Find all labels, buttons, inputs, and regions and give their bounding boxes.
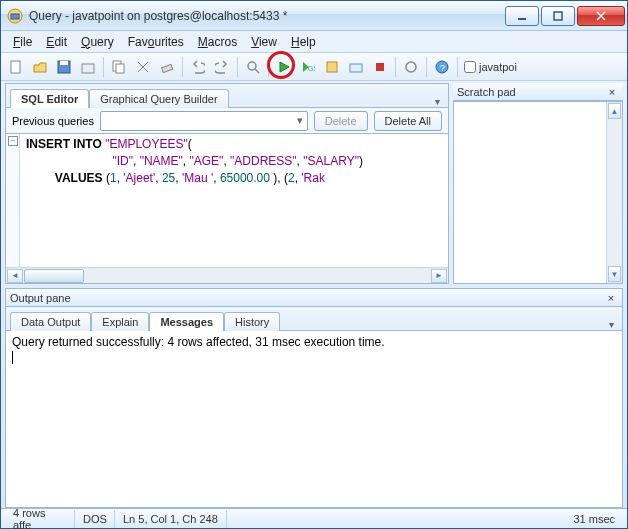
tab-sql-editor[interactable]: SQL Editor xyxy=(10,89,89,108)
scroll-left-button[interactable]: ◄ xyxy=(7,269,23,283)
svg-rect-18 xyxy=(327,62,337,72)
window-title: Query - javatpoint on postgres@localhost… xyxy=(29,9,505,23)
status-mode: DOS xyxy=(75,510,115,528)
sql-code[interactable]: INSERT INTO "EMPLOYEES"( "ID", "NAME", "… xyxy=(20,134,448,189)
svg-text:?: ? xyxy=(440,63,445,73)
explain-icon xyxy=(325,60,339,74)
menu-file[interactable]: File xyxy=(7,34,38,50)
tab-explain[interactable]: Explain xyxy=(91,312,149,331)
app-window: Query - javatpoint on postgres@localhost… xyxy=(0,0,628,529)
redo-icon xyxy=(215,60,229,74)
caret xyxy=(12,350,13,364)
scroll-right-button[interactable]: ► xyxy=(431,269,447,283)
status-position: Ln 5, Col 1, Ch 248 xyxy=(115,510,227,528)
toolbar-redo-button[interactable] xyxy=(211,56,233,78)
svg-line-16 xyxy=(255,69,259,73)
menu-help[interactable]: Help xyxy=(285,34,322,50)
scratch-pad-close-button[interactable]: × xyxy=(605,86,619,98)
message-text: Query returned successfully: 4 rows affe… xyxy=(12,335,385,349)
menu-macros[interactable]: Macros xyxy=(192,34,243,50)
toolbar-execute-pgscript-button[interactable]: GS xyxy=(297,56,319,78)
db-label: javatpoi xyxy=(479,61,517,73)
db-checkbox[interactable] xyxy=(464,61,476,73)
export-icon xyxy=(81,60,95,74)
undo-icon xyxy=(191,60,205,74)
maximize-button[interactable] xyxy=(541,6,575,26)
toolbar: GS ? javatpoi xyxy=(1,53,627,81)
svg-rect-1 xyxy=(11,14,19,19)
scratch-pad-body[interactable]: ▲ ▼ xyxy=(453,101,623,284)
stop-icon xyxy=(373,60,387,74)
fold-toggle[interactable]: − xyxy=(8,136,18,146)
previous-queries-combo[interactable]: ▾ xyxy=(100,111,308,131)
statusbar: 4 rows affe DOS Ln 5, Col 1, Ch 248 31 m… xyxy=(1,508,627,528)
tab-overflow-button[interactable]: ▾ xyxy=(431,96,444,107)
output-pane-title: Output pane xyxy=(10,292,71,304)
messages-output[interactable]: Query returned successfully: 4 rows affe… xyxy=(6,331,622,507)
menu-view[interactable]: View xyxy=(245,34,283,50)
scroll-track[interactable] xyxy=(24,269,430,283)
app-icon xyxy=(7,8,23,24)
svg-text:GS: GS xyxy=(308,65,315,72)
output-tabs: Data Output Explain Messages History ▾ xyxy=(6,307,622,331)
previous-queries-row: Previous queries ▾ Delete Delete All xyxy=(6,108,448,134)
sql-editor-area[interactable]: − INSERT INTO "EMPLOYEES"( "ID", "NAME",… xyxy=(6,134,448,283)
toolbar-export-button[interactable] xyxy=(77,56,99,78)
menu-favourites[interactable]: Favourites xyxy=(122,34,190,50)
cut-icon xyxy=(136,60,150,74)
svg-rect-11 xyxy=(116,64,124,73)
menubar: File Edit Query Favourites Macros View H… xyxy=(1,31,627,53)
delete-all-button[interactable]: Delete All xyxy=(374,111,442,131)
db-selector[interactable]: javatpoi xyxy=(464,61,517,73)
scratch-pad-header: Scratch pad × xyxy=(453,83,623,101)
svg-rect-8 xyxy=(60,61,68,65)
gutter: − xyxy=(6,134,20,267)
toolbar-cut-button[interactable] xyxy=(132,56,154,78)
output-tab-overflow-button[interactable]: ▾ xyxy=(605,319,618,330)
help-icon: ? xyxy=(435,60,449,74)
toolbar-undo-button[interactable] xyxy=(187,56,209,78)
toolbar-execute-button[interactable] xyxy=(273,56,295,78)
close-button[interactable] xyxy=(577,6,625,26)
toolbar-open-button[interactable] xyxy=(29,56,51,78)
svg-rect-9 xyxy=(82,64,94,73)
search-icon xyxy=(246,60,260,74)
toolbar-find-button[interactable] xyxy=(242,56,264,78)
svg-rect-6 xyxy=(11,61,20,73)
svg-point-15 xyxy=(248,62,256,70)
toolbar-cancel-button[interactable] xyxy=(369,56,391,78)
scratch-vscrollbar[interactable]: ▲ ▼ xyxy=(606,102,622,283)
explain-analyze-icon xyxy=(349,60,363,74)
scratch-pad-panel: Scratch pad × ▲ ▼ xyxy=(453,83,623,284)
tab-history[interactable]: History xyxy=(224,312,280,331)
scroll-thumb[interactable] xyxy=(24,269,84,283)
eraser-icon xyxy=(160,60,174,74)
tab-messages[interactable]: Messages xyxy=(149,312,224,331)
scroll-down-button[interactable]: ▼ xyxy=(608,266,621,282)
plug-icon xyxy=(404,60,418,74)
toolbar-explain-analyze-button[interactable] xyxy=(345,56,367,78)
svg-rect-20 xyxy=(376,63,384,71)
editor-hscrollbar[interactable]: ◄ ► xyxy=(6,267,448,283)
titlebar[interactable]: Query - javatpoint on postgres@localhost… xyxy=(1,1,627,31)
svg-rect-2 xyxy=(518,18,526,20)
svg-rect-3 xyxy=(554,12,562,20)
tab-data-output[interactable]: Data Output xyxy=(10,312,91,331)
toolbar-help-button[interactable]: ? xyxy=(431,56,453,78)
toolbar-copy-button[interactable] xyxy=(108,56,130,78)
delete-button[interactable]: Delete xyxy=(314,111,368,131)
toolbar-explain-button[interactable] xyxy=(321,56,343,78)
toolbar-clear-button[interactable] xyxy=(156,56,178,78)
play-icon xyxy=(277,60,291,74)
output-pane-close-button[interactable]: × xyxy=(604,292,618,304)
toolbar-connect-button[interactable] xyxy=(400,56,422,78)
minimize-button[interactable] xyxy=(505,6,539,26)
svg-point-21 xyxy=(406,62,416,72)
toolbar-save-button[interactable] xyxy=(53,56,75,78)
menu-edit[interactable]: Edit xyxy=(40,34,73,50)
toolbar-new-button[interactable] xyxy=(5,56,27,78)
close-icon xyxy=(596,11,606,21)
tab-graphical-query-builder[interactable]: Graphical Query Builder xyxy=(89,89,228,108)
menu-query[interactable]: Query xyxy=(75,34,120,50)
scroll-up-button[interactable]: ▲ xyxy=(608,103,621,119)
